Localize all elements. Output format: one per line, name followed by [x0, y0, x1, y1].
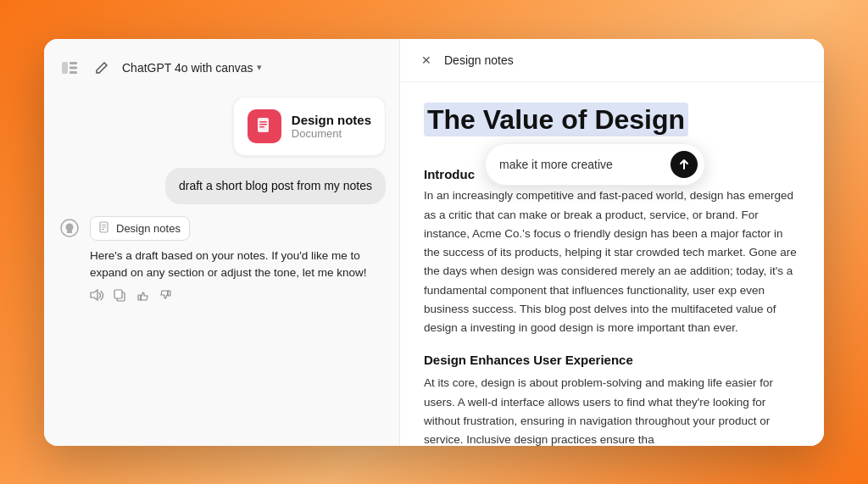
speaker-icon[interactable]: [90, 289, 103, 303]
svg-rect-5: [259, 121, 267, 123]
svg-rect-2: [70, 66, 77, 69]
ai-response: Design notes Here's a draft based on you…: [58, 216, 386, 304]
thumbs-up-icon[interactable]: [136, 289, 149, 304]
doc-title: Design notes: [292, 113, 371, 127]
app-window: ChatGPT 4o with canvas ▾ Design notes D: [44, 39, 824, 446]
openai-avatar: [58, 216, 81, 240]
send-button[interactable]: [670, 151, 698, 178]
doc-icon: [248, 109, 281, 143]
design-notes-pill[interactable]: Design notes: [90, 216, 190, 241]
right-header: ✕ Design notes: [400, 39, 824, 82]
svg-marker-13: [91, 290, 97, 300]
svg-rect-11: [102, 227, 106, 228]
right-panel: ✕ Design notes The Value of Design Intro…: [400, 39, 824, 446]
svg-rect-6: [259, 124, 267, 125]
ai-actions: [90, 289, 386, 304]
section1: Design Enhances User Experience At its c…: [424, 353, 800, 445]
chevron-down-icon: ▾: [257, 62, 262, 73]
doc-content: The Value of Design Introduc In an incre…: [400, 82, 824, 446]
svg-rect-0: [62, 62, 68, 74]
svg-rect-3: [70, 71, 77, 74]
section1-heading: Design Enhances User Experience: [424, 353, 800, 367]
document-card: Design notes Document: [233, 97, 386, 156]
sidebar-toggle-button[interactable]: [58, 56, 81, 80]
svg-rect-1: [70, 62, 77, 64]
svg-rect-7: [259, 126, 264, 128]
close-button[interactable]: ✕: [417, 51, 436, 70]
svg-rect-15: [114, 290, 122, 298]
ai-row: Design notes Here's a draft based on you…: [58, 216, 386, 304]
svg-rect-12: [102, 229, 104, 230]
svg-rect-10: [102, 225, 106, 225]
pill-icon: [99, 221, 111, 236]
right-panel-title: Design notes: [444, 53, 514, 67]
ai-response-text: Here's a draft based on your notes. If y…: [90, 248, 386, 282]
svg-rect-17: [168, 291, 170, 296]
top-bar: ChatGPT 4o with canvas ▾: [58, 53, 386, 86]
copy-icon[interactable]: [114, 289, 126, 304]
intro-body: In an increasingly competitive and fast-…: [424, 186, 800, 337]
app-title[interactable]: ChatGPT 4o with canvas ▾: [122, 61, 262, 75]
left-panel: ChatGPT 4o with canvas ▾ Design notes D: [44, 39, 400, 446]
edit-button[interactable]: [90, 56, 114, 80]
floating-input-bar: [485, 143, 705, 186]
section1-body: At its core, design is about problem-sol…: [424, 374, 800, 445]
intro-section: Introduc In an increasingly competitive …: [424, 167, 800, 337]
floating-input-field[interactable]: [499, 158, 664, 171]
doc-type: Document: [292, 127, 371, 140]
ai-content: Design notes Here's a draft based on you…: [90, 216, 386, 304]
user-message-bubble: draft a short blog post from my notes: [165, 168, 386, 205]
chat-area: Design notes Document draft a short blog…: [58, 97, 386, 432]
doc-info: Design notes Document: [292, 113, 371, 140]
thumbs-down-icon[interactable]: [159, 289, 172, 304]
svg-rect-16: [138, 295, 141, 300]
